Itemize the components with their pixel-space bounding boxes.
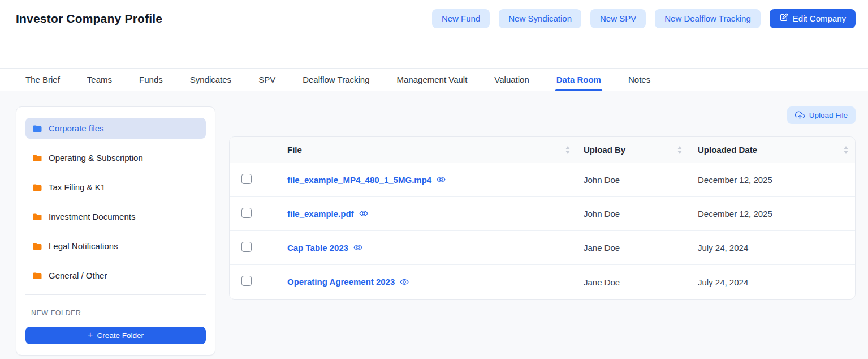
uploaded-date-cell: July 24, 2024 — [698, 243, 855, 253]
tabs-spacer — [0, 37, 868, 68]
sort-icon[interactable] — [677, 146, 682, 154]
table-body: file_example_MP4_480_1_5MG.mp4 John Doe … — [230, 163, 855, 299]
page-title: Investor Company Profile — [16, 12, 162, 25]
table-row: Operating Agreement 2023 Jane Doe July 2… — [230, 265, 855, 299]
file-link[interactable]: file_example_MP4_480_1_5MG.mp4 — [287, 175, 446, 185]
column-header-upload-by[interactable]: Upload By — [584, 145, 698, 155]
tab-the-brief[interactable]: The Brief — [25, 69, 60, 91]
header-actions: New Fund New Syndication New SPV New Dea… — [432, 9, 856, 28]
column-label: Upload By — [584, 145, 625, 155]
column-header-uploaded-date[interactable]: Uploaded Date — [698, 145, 855, 155]
tab-label: SPV — [258, 75, 275, 84]
folder-label: Operating & Subscription — [49, 153, 143, 163]
tab-syndicates[interactable]: Syndicates — [190, 69, 231, 91]
tabs-bar: The Brief Teams Funds Syndicates SPV Dea… — [0, 68, 868, 91]
folder-icon — [32, 123, 42, 134]
edit-company-button[interactable]: Edit Company — [770, 9, 856, 28]
upload-file-button[interactable]: Upload File — [787, 106, 856, 124]
files-table: File Upload By Uploaded Date file_exampl… — [229, 136, 856, 300]
file-link[interactable]: Cap Table 2023 — [287, 243, 362, 253]
create-folder-label: Create Folder — [97, 331, 144, 340]
eye-icon[interactable] — [359, 209, 368, 218]
new-folder-section-label: NEW FOLDER — [31, 309, 206, 317]
uploaded-date-cell: July 24, 2024 — [698, 277, 855, 287]
upload-row: Upload File — [229, 106, 856, 124]
row-checkbox[interactable] — [241, 276, 252, 286]
new-spv-button[interactable]: New SPV — [590, 9, 646, 28]
edit-icon — [779, 13, 788, 24]
uploaded-date-cell: December 12, 2025 — [698, 209, 855, 219]
eye-icon[interactable] — [400, 277, 409, 287]
folder-item-general-other[interactable]: General / Other — [25, 265, 206, 286]
folder-item-tax-filing-k1[interactable]: Tax Filing & K1 — [25, 177, 206, 198]
folder-item-corporate-files[interactable]: Corporate files — [25, 118, 206, 139]
file-link[interactable]: Operating Agreement 2023 — [287, 277, 409, 287]
folder-item-investment-documents[interactable]: Investment Documents — [25, 206, 206, 227]
tab-label: The Brief — [25, 75, 60, 84]
tab-label: Notes — [628, 75, 650, 84]
button-label: Edit Company — [793, 14, 846, 23]
tab-label: Valuation — [494, 75, 529, 84]
tab-notes[interactable]: Notes — [628, 69, 650, 91]
folder-list: Corporate files Operating & Subscription… — [25, 118, 206, 286]
upload-by-cell: John Doe — [584, 175, 698, 185]
cloud-upload-icon — [795, 110, 805, 120]
new-syndication-button[interactable]: New Syndication — [499, 9, 581, 28]
folder-item-operating-subscription[interactable]: Operating & Subscription — [25, 147, 206, 168]
eye-icon[interactable] — [353, 243, 362, 252]
upload-by-cell: Jane Doe — [584, 243, 698, 253]
folder-item-legal-notifications[interactable]: Legal Notifications — [25, 236, 206, 257]
folder-icon — [32, 212, 42, 222]
row-checkbox[interactable] — [241, 174, 252, 184]
table-header-row: File Upload By Uploaded Date — [230, 137, 855, 163]
folder-sidebar: Corporate files Operating & Subscription… — [16, 106, 215, 356]
data-room-panel: Upload File File Upload By Uploaded Date — [229, 106, 856, 300]
file-link[interactable]: file_example.pdf — [287, 209, 368, 219]
tab-dealflow-tracking[interactable]: Dealflow Tracking — [303, 69, 369, 91]
new-fund-button[interactable]: New Fund — [432, 9, 490, 28]
upload-by-cell: John Doe — [584, 209, 698, 219]
tab-teams[interactable]: Teams — [87, 69, 112, 91]
tab-label: Data Room — [556, 75, 601, 84]
tab-funds[interactable]: Funds — [139, 69, 163, 91]
file-name: Cap Table 2023 — [287, 243, 348, 253]
file-name: Operating Agreement 2023 — [287, 277, 395, 287]
button-label: New Fund — [442, 14, 480, 23]
eye-icon[interactable] — [437, 175, 446, 184]
folder-label: Investment Documents — [49, 212, 135, 221]
table-row: file_example.pdf John Doe December 12, 2… — [230, 197, 855, 231]
divider — [25, 294, 206, 295]
tab-spv[interactable]: SPV — [258, 69, 275, 91]
file-name: file_example.pdf — [287, 209, 354, 219]
app-header: Investor Company Profile New Fund New Sy… — [0, 0, 868, 37]
folder-label: Tax Filing & K1 — [49, 182, 105, 192]
button-label: New Dealflow Tracking — [664, 14, 751, 23]
folder-label: Legal Notifications — [49, 241, 118, 251]
table-row: Cap Table 2023 Jane Doe July 24, 2024 — [230, 231, 855, 265]
tab-label: Dealflow Tracking — [303, 75, 369, 84]
tab-label: Management Vault — [397, 75, 468, 84]
file-name: file_example_MP4_480_1_5MG.mp4 — [287, 175, 431, 185]
folder-icon — [32, 153, 42, 163]
column-header-file[interactable]: File — [287, 145, 584, 155]
tab-management-vault[interactable]: Management Vault — [397, 69, 468, 91]
tab-label: Syndicates — [190, 75, 231, 84]
tab-label: Teams — [87, 75, 112, 84]
sort-icon[interactable] — [844, 146, 848, 154]
create-folder-button[interactable]: + Create Folder — [25, 327, 206, 344]
sort-icon[interactable] — [565, 146, 570, 154]
tab-data-room[interactable]: Data Room — [556, 69, 601, 91]
table-row: file_example_MP4_480_1_5MG.mp4 John Doe … — [230, 163, 855, 197]
row-checkbox[interactable] — [241, 208, 252, 218]
tab-label: Funds — [139, 75, 163, 84]
column-label: File — [287, 145, 302, 155]
new-dealflow-tracking-button[interactable]: New Dealflow Tracking — [655, 9, 761, 28]
folder-icon — [32, 182, 42, 193]
folder-icon — [32, 271, 42, 281]
plus-icon: + — [88, 331, 93, 340]
tab-valuation[interactable]: Valuation — [494, 69, 529, 91]
row-checkbox[interactable] — [241, 242, 252, 252]
uploaded-date-cell: December 12, 2025 — [698, 175, 855, 185]
button-label: New Syndication — [508, 14, 572, 23]
upload-by-cell: Jane Doe — [584, 277, 698, 287]
